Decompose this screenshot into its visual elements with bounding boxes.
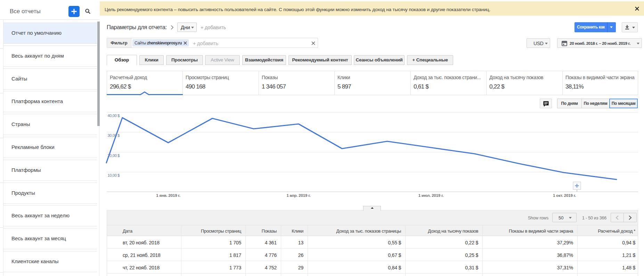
- svg-text:40,00 $: 40,00 $: [108, 114, 120, 118]
- svg-text:10,00 $: 10,00 $: [108, 173, 120, 177]
- svg-text:30,00 $: 30,00 $: [108, 133, 120, 137]
- svg-text:1 июл. 2019 г.: 1 июл. 2019 г.: [418, 193, 444, 198]
- svg-text:1 окт. 2019 г.: 1 окт. 2019 г.: [553, 193, 576, 198]
- svg-text:1 янв. 2019 г.: 1 янв. 2019 г.: [156, 193, 180, 198]
- svg-text:20,00 $: 20,00 $: [108, 153, 120, 158]
- svg-text:1 апр. 2019 г.: 1 апр. 2019 г.: [286, 193, 310, 198]
